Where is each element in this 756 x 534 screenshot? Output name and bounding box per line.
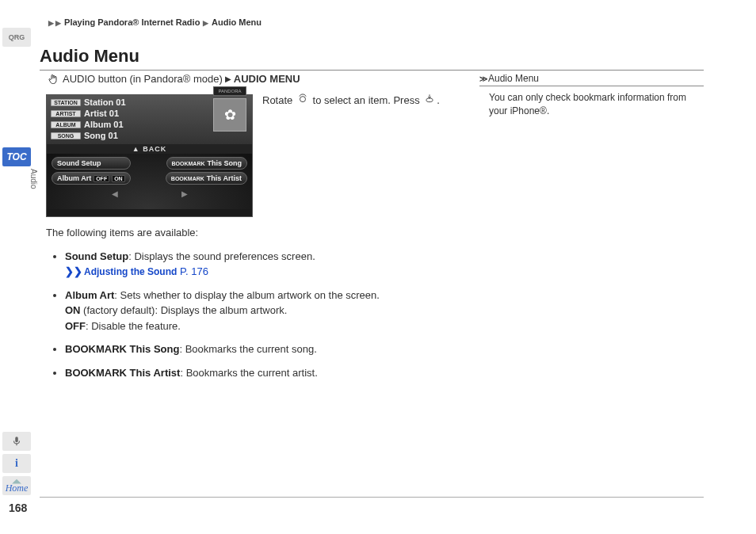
list-item: BOOKMARK This Artist: Bookmarks the curr… bbox=[65, 365, 458, 381]
qrg-tab[interactable]: QRG bbox=[2, 28, 31, 47]
link-page[interactable]: P. 176 bbox=[180, 265, 208, 277]
section-label: Audio bbox=[19, 169, 38, 189]
device-menu-item: BOOKMARK This Song bbox=[166, 157, 248, 170]
device-menu-item: BOOKMARK This Artist bbox=[166, 172, 247, 185]
item-desc: : Bookmarks the current artist. bbox=[180, 367, 317, 379]
side-note-column: ≫ Audio Menu You can only check bookmark… bbox=[479, 73, 704, 119]
breadcrumb: ▶▶ Playing Pandora® Internet Radio ▶ Aud… bbox=[48, 17, 262, 27]
toc-tab[interactable]: TOC bbox=[2, 147, 31, 166]
dial-icon bbox=[297, 93, 308, 104]
device-switch-on: ON bbox=[112, 175, 125, 182]
page-number: 168 bbox=[9, 502, 27, 514]
device-logo: PANDORA bbox=[213, 86, 246, 96]
device-menu-pre: BOOKMARK bbox=[171, 176, 204, 181]
device-menu-label: Album Art bbox=[57, 174, 91, 182]
device-screenshot: STATIONStation 01 ARTISTArtist 01 ALBUMA… bbox=[46, 94, 253, 217]
note-icon: ≫ bbox=[479, 74, 486, 83]
rotate-text: . bbox=[437, 94, 440, 106]
album-art-thumb: ✿ bbox=[213, 98, 246, 132]
cross-ref-link[interactable]: Adjusting the Sound bbox=[84, 266, 177, 277]
device-menu-label: This Artist bbox=[207, 174, 242, 182]
device-tag: STATION bbox=[51, 99, 81, 106]
svg-point-0 bbox=[300, 97, 305, 102]
rotate-text: Rotate bbox=[262, 94, 292, 106]
device-value: Album 01 bbox=[84, 120, 124, 129]
page-title: Audio Menu bbox=[40, 46, 704, 71]
footer-rule bbox=[40, 497, 704, 498]
list-item: Sound Setup: Displays the sound preferen… bbox=[65, 249, 458, 280]
rotate-text: to select an item. Press bbox=[313, 94, 420, 106]
device-value: Artist 01 bbox=[84, 109, 119, 118]
list-item: Album Art: Sets whether to display the a… bbox=[65, 288, 458, 334]
item-desc: : Bookmarks the current song. bbox=[179, 343, 316, 355]
device-menu-label: This Song bbox=[208, 159, 242, 167]
side-note-header: ≫ Audio Menu bbox=[479, 73, 704, 86]
side-note-body: You can only check bookmark information … bbox=[479, 91, 704, 119]
voice-nav-button[interactable] bbox=[2, 432, 31, 451]
device-menu-item: Album Art OFFON bbox=[52, 172, 131, 185]
body-content: The following items are available: Sound… bbox=[46, 225, 458, 380]
main-column: AUDIO button (in Pandora® mode) ▶ AUDIO … bbox=[46, 73, 458, 388]
device-value: Station 01 bbox=[84, 97, 126, 107]
instruction-path: AUDIO button (in Pandora® mode) ▶ AUDIO … bbox=[46, 73, 458, 85]
device-menu-item: Sound Setup bbox=[52, 157, 131, 170]
home-icon bbox=[11, 477, 22, 485]
device-menu-label: Sound Setup bbox=[57, 159, 101, 167]
device-switch-off: OFF bbox=[94, 175, 109, 182]
body-intro: The following items are available: bbox=[46, 225, 458, 241]
list-item: BOOKMARK This Song: Bookmarks the curren… bbox=[65, 341, 458, 357]
breadcrumb-seg[interactable]: Audio Menu bbox=[212, 17, 262, 27]
device-value: Song 01 bbox=[84, 131, 118, 140]
device-tag: ALBUM bbox=[51, 121, 81, 128]
device-back: ▲ BACK bbox=[47, 144, 252, 154]
voice-icon bbox=[11, 436, 22, 447]
triangle-icon: ▶ bbox=[48, 19, 55, 27]
item-title: Sound Setup bbox=[65, 250, 128, 262]
rotate-instruction: Rotate to select an item. Press . bbox=[262, 91, 458, 106]
item-title: Album Art bbox=[65, 289, 114, 301]
item-title: BOOKMARK This Song bbox=[65, 343, 179, 355]
device-tag: SONG bbox=[51, 132, 81, 139]
item-desc: (factory default): Displays the album ar… bbox=[81, 304, 288, 316]
device-back-label: BACK bbox=[143, 145, 166, 153]
info-nav-button[interactable]: i bbox=[2, 454, 31, 473]
side-note-title: Audio Menu bbox=[488, 73, 539, 84]
link-icon: ❯❯ bbox=[65, 265, 82, 277]
instruction-menu: AUDIO MENU bbox=[234, 73, 300, 85]
item-sub: OFF bbox=[65, 320, 86, 332]
device-tag: ARTIST bbox=[51, 110, 81, 117]
hand-icon bbox=[48, 74, 59, 85]
svg-point-1 bbox=[426, 98, 433, 102]
triangle-icon: ▶ bbox=[55, 19, 62, 27]
item-desc: : Sets whether to display the album artw… bbox=[114, 289, 380, 301]
item-desc: : Displays the sound preferences screen. bbox=[128, 250, 315, 262]
press-icon bbox=[424, 93, 435, 104]
item-desc: : Disable the feature. bbox=[86, 320, 181, 332]
item-sub: ON bbox=[65, 304, 81, 316]
triangle-icon: ▶ bbox=[202, 19, 209, 27]
home-nav-button[interactable]: Home bbox=[2, 476, 31, 495]
item-title: BOOKMARK This Artist bbox=[65, 367, 180, 379]
triangle-icon: ▶ bbox=[225, 74, 231, 83]
breadcrumb-seg[interactable]: Playing Pandora® Internet Radio bbox=[64, 17, 200, 27]
device-menu-pre: BOOKMARK bbox=[172, 161, 205, 166]
instruction-text: AUDIO button (in Pandora® mode) bbox=[63, 73, 223, 85]
device-nav-arrows: ◀▶ bbox=[52, 187, 247, 199]
info-icon: i bbox=[15, 457, 18, 470]
